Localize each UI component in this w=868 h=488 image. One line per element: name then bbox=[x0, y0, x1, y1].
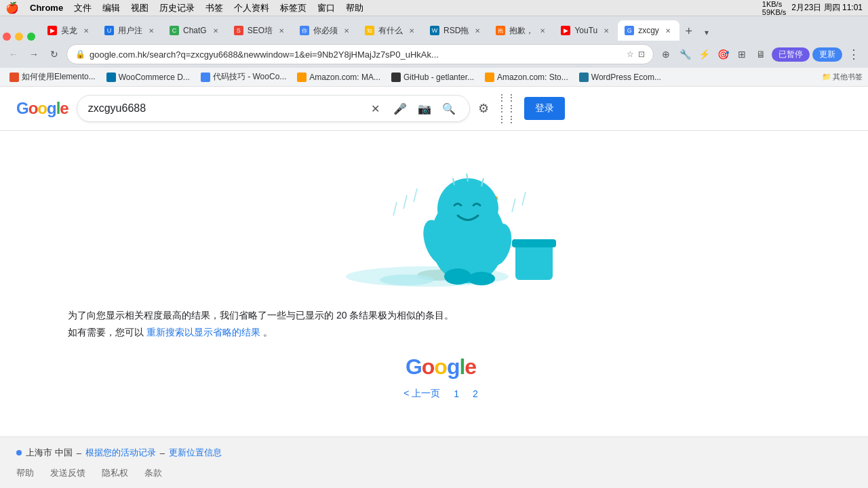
location-dot-icon bbox=[16, 450, 22, 455]
monitor-icon[interactable]: 🖥 bbox=[753, 46, 769, 62]
menu-tabs[interactable]: 标签页 bbox=[280, 2, 307, 14]
tab-favicon: ▶ bbox=[561, 26, 570, 35]
location-activity-link[interactable]: 根据您的活动记录 bbox=[85, 447, 156, 459]
tab-youtube[interactable]: ▶ YouTu ✕ bbox=[554, 20, 618, 41]
voice-search-icon[interactable]: 🎤 bbox=[391, 99, 410, 118]
notice-text: 为了向您显示相关程度最高的结果，我们省略了一些与已显示的 20 条结果极为相似的… bbox=[68, 307, 814, 341]
apple-menu[interactable]: 🍎 bbox=[5, 1, 19, 14]
tab-close-icon[interactable]: ✕ bbox=[601, 26, 611, 35]
menu-edit[interactable]: 编辑 bbox=[102, 2, 120, 14]
menu-help[interactable]: 帮助 bbox=[346, 2, 363, 14]
folder-icon: 📁 bbox=[822, 73, 831, 81]
more-bookmarks[interactable]: 📁 其他书签 bbox=[822, 72, 863, 82]
svg-rect-1 bbox=[515, 243, 553, 280]
app-name[interactable]: Chrome bbox=[30, 3, 63, 13]
tab-close-icon[interactable]: ✕ bbox=[81, 26, 91, 35]
menu-view[interactable]: 视图 bbox=[131, 2, 149, 14]
location-update-link[interactable]: 更新位置信息 bbox=[169, 447, 222, 459]
page-2-link[interactable]: 2 bbox=[467, 386, 484, 402]
share-icon[interactable]: ⊡ bbox=[638, 49, 645, 59]
tab-close-icon[interactable]: ✕ bbox=[277, 26, 286, 35]
search-box[interactable]: zxcgyu6688 ✕ 🎤 📷 🔍 bbox=[77, 95, 470, 122]
bookmark-star-icon[interactable]: ☆ bbox=[627, 49, 634, 59]
tab-label: 吴龙 bbox=[61, 25, 77, 37]
tab-close-icon[interactable]: ✕ bbox=[663, 26, 673, 35]
bookmark-label: 如何使用Elemento... bbox=[22, 71, 96, 83]
tab-overflow-button[interactable]: ▾ bbox=[698, 24, 715, 41]
bookmark-woocommerce[interactable]: WooCommerce D... bbox=[102, 71, 194, 83]
tab-close-icon[interactable]: ✕ bbox=[342, 26, 351, 35]
bookmark-code[interactable]: 代码技巧 - WooCo... bbox=[197, 70, 290, 84]
menu-bookmarks[interactable]: 书签 bbox=[205, 2, 223, 14]
notice-link[interactable]: 重新搜索以显示省略的结果 bbox=[146, 327, 260, 338]
footer-help-link[interactable]: 帮助 bbox=[16, 467, 34, 479]
tab-chatg[interactable]: C ChatG ✕ bbox=[163, 20, 227, 41]
menu-file[interactable]: 文件 bbox=[74, 2, 92, 14]
tab-close-icon[interactable]: ✕ bbox=[538, 26, 547, 35]
tab-youshenme[interactable]: 知 有什么 ✕ bbox=[358, 20, 423, 41]
extension-icon[interactable]: ⊕ bbox=[658, 46, 674, 62]
profile-button[interactable]: 已暂停 bbox=[772, 47, 810, 62]
close-button[interactable] bbox=[3, 33, 11, 41]
extension3-icon[interactable]: ⚡ bbox=[696, 46, 712, 62]
image-search-icon[interactable]: 📷 bbox=[415, 99, 434, 118]
tab-zxcgy[interactable]: G zxcgy ✕ bbox=[618, 20, 679, 41]
traffic-lights bbox=[3, 33, 35, 41]
footer-terms-link[interactable]: 条款 bbox=[144, 467, 162, 479]
maximize-button[interactable] bbox=[27, 33, 35, 41]
tab-close-icon[interactable]: ✕ bbox=[146, 26, 156, 35]
bookmark-amazon1[interactable]: Amazon.com: MA... bbox=[293, 71, 384, 83]
logo-g2: g bbox=[47, 99, 56, 117]
tab-seo[interactable]: S SEO培 ✕ bbox=[227, 20, 293, 41]
clear-search-icon[interactable]: ✕ bbox=[366, 99, 385, 118]
tab-sorry[interactable]: 抱 抱歉， ✕ bbox=[489, 20, 554, 41]
new-tab-button[interactable]: + bbox=[679, 22, 698, 41]
search-input[interactable]: zxcgyu6688 bbox=[88, 102, 361, 115]
page-1-link[interactable]: 1 bbox=[448, 386, 465, 402]
bookmark-favicon bbox=[391, 73, 401, 82]
bookmark-label: 代码技巧 - WooCo... bbox=[213, 71, 286, 83]
extension4-icon[interactable]: 🎯 bbox=[715, 46, 731, 62]
pg-logo-g: G bbox=[406, 354, 422, 379]
url-bar[interactable]: 🔒 google.com.hk/search?q=zxcgyu6688&neww… bbox=[66, 44, 654, 64]
tab-close-icon[interactable]: ✕ bbox=[473, 26, 482, 35]
menu-history[interactable]: 历史记录 bbox=[159, 2, 195, 14]
apps-icon[interactable]: ⋮⋮⋮⋮⋮⋮ bbox=[497, 92, 516, 125]
back-button[interactable]: ← bbox=[5, 46, 22, 62]
bookmark-wordpress[interactable]: WordPress Ecom... bbox=[575, 71, 665, 83]
bookmark-github[interactable]: GitHub - getlanter... bbox=[387, 71, 478, 83]
settings-icon[interactable]: ⚙ bbox=[478, 101, 489, 116]
prev-page-button[interactable]: < 上一页 bbox=[398, 385, 446, 403]
footer-privacy-link[interactable]: 隐私权 bbox=[102, 467, 128, 479]
tab-favicon: 抱 bbox=[496, 26, 505, 35]
footer-location: 上海市 中国 – 根据您的活动记录 – 更新位置信息 bbox=[16, 447, 852, 459]
signin-button[interactable]: 登录 bbox=[524, 97, 565, 120]
page-content: Google zxcgyu6688 ✕ 🎤 📷 🔍 ⚙ ⋮⋮⋮⋮⋮⋮ 登录 bbox=[0, 87, 868, 488]
minimize-button[interactable] bbox=[15, 33, 23, 41]
tab-close-icon[interactable]: ✕ bbox=[211, 26, 220, 35]
bookmark-elementor[interactable]: 如何使用Elemento... bbox=[5, 70, 100, 84]
tab-wulong[interactable]: ▶ 吴龙 ✕ bbox=[41, 20, 98, 41]
extension2-icon[interactable]: 🔧 bbox=[677, 46, 693, 62]
tab-close-icon[interactable]: ✕ bbox=[407, 26, 416, 35]
menu-window[interactable]: 窗口 bbox=[317, 2, 335, 14]
tab-rsd[interactable]: W RSD拖 ✕ bbox=[423, 20, 489, 41]
chrome-menu-button[interactable]: ⋮ bbox=[845, 47, 863, 62]
forward-button[interactable]: → bbox=[26, 46, 42, 62]
macos-menubar: 🍎 Chrome 文件 编辑 视图 历史记录 书签 个人资料 标签页 窗口 帮助… bbox=[0, 0, 868, 16]
tab-favicon: G bbox=[625, 26, 634, 35]
menu-profile[interactable]: 个人资料 bbox=[234, 2, 269, 14]
no-results-illustration bbox=[305, 144, 576, 293]
tab-users[interactable]: U 用户注 ✕ bbox=[98, 20, 163, 41]
svg-point-10 bbox=[468, 272, 495, 285]
reload-button[interactable]: ↻ bbox=[46, 46, 62, 62]
update-button[interactable]: 更新 bbox=[812, 47, 842, 62]
bookmark-amazon2[interactable]: Amazon.com: Sto... bbox=[481, 71, 572, 83]
bookmark-favicon bbox=[201, 73, 210, 82]
footer-feedback-link[interactable]: 发送反馈 bbox=[50, 467, 85, 479]
logo-e: e bbox=[60, 99, 68, 117]
search-submit-icon[interactable]: 🔍 bbox=[439, 99, 458, 118]
tab-nibixu[interactable]: 你 你必须 ✕ bbox=[293, 20, 358, 41]
notice-line2-suffix: 。 bbox=[263, 327, 273, 338]
puzzle-icon[interactable]: ⊞ bbox=[734, 46, 750, 62]
